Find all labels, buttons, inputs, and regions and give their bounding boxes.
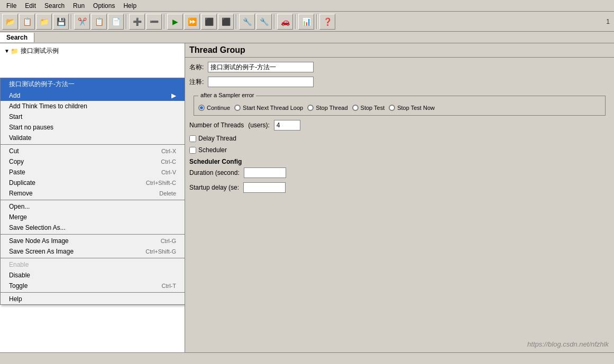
ctx-toggle[interactable]: Toggle Ctrl-T [1, 281, 185, 291]
ctx-disable[interactable]: Disable [1, 270, 185, 281]
context-menu: 接口测试的例子-方法一 Add ▶ Add Think Times to chi… [0, 78, 185, 305]
radio-stop-test-circle [352, 105, 359, 111]
toolbar: 📂 📋 📁 💾 ✂️ 📋 📄 ➕ ➖ ▶ ⏩ ⬛ ⬛ 🔧 🔧 🚗 📊 ❓ 1 [0, 12, 614, 32]
radio-stop-thread-circle [307, 105, 314, 111]
comment-row: 注释: [189, 77, 610, 87]
ctx-validate[interactable]: Validate [1, 133, 185, 143]
radio-stop-thread[interactable]: Stop Thread [307, 105, 347, 111]
radio-continue-label: Continue [207, 105, 230, 111]
toolbar-sep5 [274, 14, 275, 29]
ctx-sep1 [1, 144, 185, 145]
toolbar-remote-all[interactable]: 🚗 [277, 14, 293, 30]
ctx-ssi-shortcut: Ctrl+Shift-G [145, 248, 176, 255]
toolbar-sep3 [164, 14, 165, 29]
left-panel: ▼ 📁 接口测试示例 接口测试的例子-方法一 Add ▶ Add Think T… [0, 43, 185, 364]
ctx-copy-shortcut: Ctrl-C [161, 158, 176, 165]
ctx-sep4 [1, 258, 185, 258]
radio-row: Continue Start Next Thread Loop Stop Thr… [198, 105, 601, 111]
menu-search[interactable]: Search [40, 1, 69, 11]
duration-row: Duration (second: [189, 167, 610, 178]
ctx-remove[interactable]: Remove Delete [1, 188, 185, 199]
scheduler-config-title: Scheduler Config [189, 158, 610, 165]
toolbar-sep1 [71, 14, 72, 29]
folder-icon: 📁 [11, 48, 19, 55]
ctx-merge[interactable]: Merge [1, 212, 185, 222]
toolbar-open[interactable]: 📁 [36, 14, 52, 30]
radio-stop-thread-label: Stop Thread [316, 105, 347, 111]
menu-run[interactable]: Run [69, 1, 89, 11]
right-panel: Thread Group 名称: 注释: after a Sampler err… [185, 43, 614, 364]
toolbar-expand[interactable]: ➕ [129, 14, 145, 30]
duration-label: Duration (second: [189, 169, 240, 176]
toolbar-copy[interactable]: 📋 [91, 14, 107, 30]
ctx-start-no-pauses[interactable]: Start no pauses [1, 122, 185, 133]
radio-stop-test-now-label: Stop Test Now [397, 105, 435, 111]
toolbar-paste[interactable]: 📄 [108, 14, 124, 30]
comment-input[interactable] [208, 77, 314, 87]
name-input[interactable] [208, 62, 314, 72]
toolbar-cut[interactable]: ✂️ [74, 14, 90, 30]
radio-continue-circle [198, 105, 205, 111]
toolbar-new[interactable]: 📂 [2, 14, 18, 30]
num-threads-input[interactable] [274, 120, 300, 130]
tree-area: ▼ 📁 接口测试示例 [0, 43, 185, 59]
toolbar-shutdown[interactable]: ⬛ [218, 14, 234, 30]
toolbar-clear-all[interactable]: 🔧 [256, 14, 272, 30]
duration-input[interactable] [244, 167, 286, 178]
menu-help[interactable]: Help [119, 1, 141, 11]
ctx-paste[interactable]: Paste Ctrl-V [1, 167, 185, 178]
radio-start-next[interactable]: Start Next Thread Loop [234, 105, 303, 111]
delay-thread-checkbox[interactable] [189, 135, 196, 142]
radio-stop-test-now-circle [389, 105, 395, 111]
toolbar-sep7 [316, 14, 317, 29]
radio-start-next-circle [234, 105, 241, 111]
ctx-save-selection[interactable]: Save Selection As... [1, 222, 185, 233]
radio-stop-test-now[interactable]: Stop Test Now [389, 105, 435, 111]
ctx-add[interactable]: Add ▶ [1, 90, 185, 101]
ctx-sep5 [1, 292, 185, 293]
toolbar-sep2 [126, 14, 127, 29]
menu-edit[interactable]: Edit [21, 1, 40, 11]
ctx-dup-shortcut: Ctrl+Shift-C [146, 180, 176, 186]
error-group-box: after a Sampler error Continue Start Nex… [194, 96, 606, 116]
ctx-save-node-image[interactable]: Save Node As Image Ctrl-G [1, 236, 185, 246]
num-threads-label: Number of Threads [189, 122, 244, 129]
menu-file[interactable]: File [2, 1, 21, 11]
radio-stop-test[interactable]: Stop Test [352, 105, 385, 111]
ctx-save-screen-image[interactable]: Save Screen As Image Ctrl+Shift-G [1, 246, 185, 257]
ctx-add-think-times[interactable]: Add Think Times to children [1, 101, 185, 111]
scheduler-checkbox[interactable] [189, 147, 196, 154]
arrow-icon: ▼ [4, 48, 11, 54]
name-label: 名称: [189, 63, 204, 72]
toolbar-save[interactable]: 💾 [53, 14, 69, 30]
startup-delay-label: Startup delay (se: [189, 184, 239, 191]
tree-item-root[interactable]: ▼ 📁 接口测试示例 [2, 45, 182, 57]
delay-thread-label: Delay Thread [198, 135, 236, 142]
ctx-add-arrow: ▶ [171, 92, 176, 99]
toolbar-collapse[interactable]: ➖ [146, 14, 162, 30]
delay-thread-row: Delay Thread [189, 135, 610, 142]
ctx-help[interactable]: Help [1, 294, 185, 304]
toolbar-stop[interactable]: ⬛ [201, 14, 217, 30]
toolbar-clear[interactable]: 🔧 [239, 14, 255, 30]
ctx-start[interactable]: Start [1, 111, 185, 122]
ctx-selected-item: 接口测试的例子-方法一 [1, 78, 185, 90]
startup-delay-input[interactable] [243, 182, 286, 193]
menu-options[interactable]: Options [89, 1, 119, 11]
panel-title: Thread Group [185, 43, 614, 58]
radio-continue[interactable]: Continue [198, 105, 230, 111]
main-area: ▼ 📁 接口测试示例 接口测试的例子-方法一 Add ▶ Add Think T… [0, 43, 614, 364]
ctx-cut[interactable]: Cut Ctrl-X [1, 146, 185, 156]
search-tab[interactable]: Search [0, 33, 34, 42]
ctx-open[interactable]: Open... [1, 201, 185, 212]
radio-start-next-label: Start Next Thread Loop [243, 105, 303, 111]
toolbar-functions[interactable]: 📊 [298, 14, 314, 30]
ctx-cut-shortcut: Ctrl-X [161, 148, 176, 154]
toolbar-run-nopause[interactable]: ⏩ [184, 14, 200, 30]
ctx-sep2 [1, 200, 185, 200]
ctx-duplicate[interactable]: Duplicate Ctrl+Shift-C [1, 178, 185, 188]
toolbar-help[interactable]: ❓ [319, 14, 335, 30]
toolbar-templates[interactable]: 📋 [19, 14, 35, 30]
toolbar-run[interactable]: ▶ [167, 14, 183, 30]
ctx-copy[interactable]: Copy Ctrl-C [1, 156, 185, 167]
